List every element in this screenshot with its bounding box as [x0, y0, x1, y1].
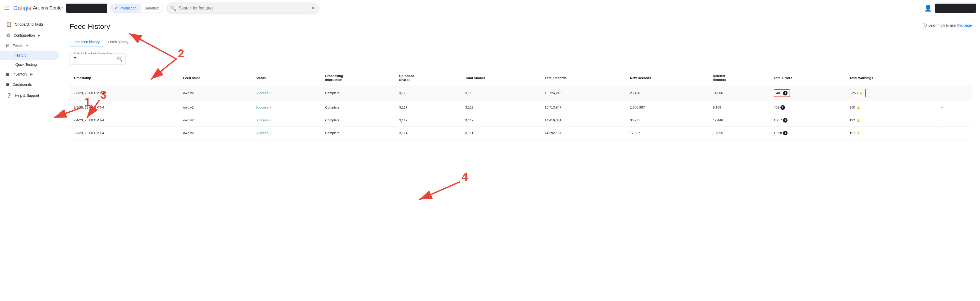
check-icon: ✓	[269, 118, 272, 122]
search-input[interactable]	[179, 6, 309, 11]
lookback-input[interactable]	[74, 57, 115, 61]
error-badge: 1,258 ℹ	[774, 131, 788, 135]
page-help: ⓘ Learn how to use this page	[923, 22, 972, 28]
row-navigate-icon[interactable]: →	[940, 90, 944, 96]
cell-total-records: 15,713,847	[541, 101, 626, 114]
feed-history-table: Timestamp Feed name Status ProcessingIns…	[70, 71, 972, 139]
cell-feed-name: owg.v2	[179, 101, 251, 114]
col-feed-name: Feed name	[179, 71, 251, 85]
cell-new-records: 36,285	[626, 114, 709, 127]
page-title: Feed History	[70, 22, 110, 31]
cell-total-warnings[interactable]: 250 ▲	[846, 101, 936, 114]
lookback-input-wrapper: Enter lookback window in days 🔍	[70, 53, 126, 65]
inventory-label: Inventory	[13, 72, 27, 76]
error-badge: 402 ℹ	[774, 105, 785, 110]
sidebar-item-quick-testing[interactable]: Quick Testing	[0, 60, 59, 69]
cell-timestamp: 9/4/23, 23:00 GMT-4	[70, 114, 179, 127]
top-navigation: ☰ Google Actions Center ✓ Production San…	[0, 0, 980, 16]
col-deleted-records: DeletedRecords	[709, 71, 770, 85]
tab-fetch-history[interactable]: Fetch history	[104, 37, 132, 47]
cell-total-errors[interactable]: 1,257 ℹ	[770, 114, 846, 127]
cell-feed-name: owg.v2	[179, 85, 251, 101]
sidebar-item-feeds[interactable]: ▤ Feeds ▼	[0, 40, 61, 51]
col-total-shards: Total Shards	[461, 71, 541, 85]
cell-new-records: 25,428	[626, 85, 709, 101]
cell-nav-arrow[interactable]: →	[935, 114, 972, 127]
page-header: Feed History ⓘ Learn how to use this pag…	[70, 22, 972, 31]
menu-icon[interactable]: ☰	[4, 5, 9, 11]
help-label: Help & Support	[15, 93, 39, 98]
filter-row: Enter lookback window in days 🔍	[70, 53, 972, 65]
cell-total-shards: 3,117	[461, 114, 541, 127]
table-row: 9/4/23, 23:00 GMT-4owg.v2Success ✓Comple…	[70, 114, 972, 127]
cell-deleted-records: 9,159	[709, 101, 770, 114]
sidebar-item-configuration[interactable]: ⚙️ Configuration ▶	[0, 30, 61, 40]
status-success: Success ✓	[256, 131, 317, 135]
col-total-errors: Total Errors	[770, 71, 846, 85]
cell-uploaded-shards: 3,118	[395, 85, 461, 101]
dashboards-label: Dashboards	[13, 82, 32, 86]
sidebar-item-help-support[interactable]: ❓ Help & Support	[0, 90, 59, 101]
cell-total-warnings[interactable]: 191 ▲	[846, 127, 936, 139]
row-navigate-icon[interactable]: →	[940, 130, 944, 135]
cell-status: Success ✓	[251, 127, 321, 139]
cell-total-warnings[interactable]: 250 ▲	[846, 85, 936, 101]
cell-deleted-records: 18,055	[709, 127, 770, 139]
search-icon: 🔍	[170, 5, 176, 11]
check-icon: ✓	[269, 106, 272, 109]
tabs-bar: Ingestion history Fetch history	[70, 37, 972, 47]
col-new-records: New Records	[626, 71, 709, 85]
production-env-button[interactable]: ✓ Production	[110, 4, 141, 13]
cell-total-errors[interactable]: 402 ℹ	[770, 101, 846, 114]
warning-triangle-icon: ▲	[856, 105, 861, 110]
col-status: Status	[251, 71, 321, 85]
check-icon: ✓	[269, 91, 272, 95]
feeds-label: Feeds	[13, 43, 22, 48]
inventory-icon: ▦	[6, 72, 10, 76]
cell-timestamp: 9/3/23, 23:00 GMT-4	[70, 127, 179, 139]
search-clear-icon[interactable]: ✕	[311, 5, 315, 11]
info-circle-icon: ⓘ	[923, 22, 927, 28]
warning-badge: 191 ▲	[850, 130, 861, 136]
environment-switcher: ✓ Production Sandbox	[110, 3, 163, 13]
info-icon: ℹ	[783, 91, 788, 96]
dashboards-icon: ▦	[6, 82, 10, 86]
warning-highlight-badge: 250 ▲	[850, 89, 866, 97]
cell-total-records: 15,724,213	[541, 85, 626, 101]
cell-total-errors[interactable]: 401 ℹ	[770, 85, 846, 101]
cell-total-shards: 3,117	[461, 101, 541, 114]
table-row: 9/5/23, 23:00 GMT-4owg.v2Success ✓Comple…	[70, 101, 972, 114]
onboarding-label: Onboarding Tasks	[15, 22, 44, 26]
cell-timestamp: 9/5/23, 23:00 GMT-4	[70, 101, 179, 114]
lookback-search-icon[interactable]: 🔍	[117, 56, 123, 62]
config-icon: ⚙️	[6, 33, 11, 37]
cell-total-shards: 3,118	[461, 85, 541, 101]
cell-total-warnings[interactable]: 192 ▲	[846, 114, 936, 127]
sandbox-env-button[interactable]: Sandbox	[141, 4, 163, 13]
row-navigate-icon[interactable]: →	[940, 117, 944, 123]
cell-nav-arrow[interactable]: →	[935, 127, 972, 139]
onboarding-icon: 📋	[6, 21, 12, 27]
account-icon[interactable]: 👤	[924, 5, 932, 12]
sidebar-item-dashboards[interactable]: ▦ Dashboards	[0, 79, 61, 90]
sidebar-item-onboarding[interactable]: 📋 Onboarding Tasks	[0, 18, 59, 30]
tab-ingestion-history[interactable]: Ingestion history	[70, 37, 104, 47]
cell-nav-arrow[interactable]: →	[935, 85, 972, 101]
cell-feed-name: owg.v2	[179, 127, 251, 139]
cell-total-errors[interactable]: 1,258 ℹ	[770, 127, 846, 139]
status-success: Success ✓	[256, 118, 317, 122]
help-icon: ❓	[6, 93, 12, 98]
quick-testing-label: Quick Testing	[15, 62, 37, 67]
col-uploaded-shards: UploadedShards	[395, 71, 461, 85]
help-link[interactable]: this page	[957, 23, 972, 27]
search-bar: 🔍 ✕	[166, 3, 320, 14]
row-navigate-icon[interactable]: →	[940, 105, 944, 110]
redacted-block-2	[935, 3, 976, 13]
ingestion-history-label: Ingestion history	[74, 40, 100, 44]
warning-triangle-icon: ▲	[856, 130, 861, 136]
sidebar-item-history[interactable]: History	[0, 51, 59, 60]
cell-nav-arrow[interactable]: →	[935, 101, 972, 114]
sidebar-item-inventory[interactable]: ▦ Inventory ▶	[0, 69, 61, 79]
cell-new-records: 17,627	[626, 127, 709, 139]
cell-status: Success ✓	[251, 114, 321, 127]
